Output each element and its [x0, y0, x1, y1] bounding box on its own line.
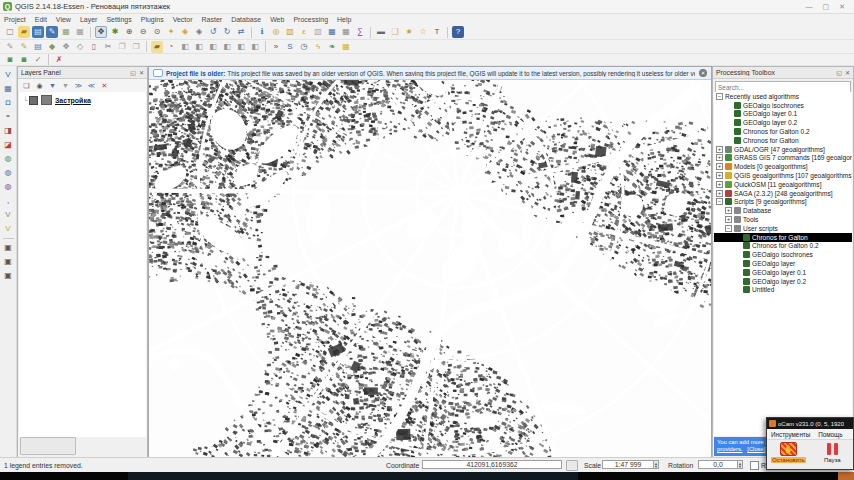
- menu-help[interactable]: Help: [337, 16, 351, 23]
- layers-panel-close-button[interactable]: ✕: [139, 69, 144, 77]
- tree-item[interactable]: GEOalgo layer 0.1: [714, 110, 852, 119]
- tree-item[interactable]: GEOalgo layer 0.1: [714, 268, 852, 277]
- menu-project[interactable]: Project: [4, 16, 26, 23]
- tree-item[interactable]: GEOalgo isochrones: [714, 250, 852, 259]
- new-print-composer-icon[interactable]: ▦: [60, 26, 72, 38]
- text-annotation-icon[interactable]: T: [431, 26, 443, 38]
- filter-by-expression-icon[interactable]: ▼: [60, 80, 71, 91]
- tree-expander[interactable]: +: [725, 207, 732, 214]
- add-group-icon[interactable]: ❏: [21, 80, 32, 91]
- composer-manager-icon[interactable]: ▦: [74, 26, 86, 38]
- rotate-label-icon[interactable]: ◧: [235, 41, 247, 53]
- evis-event-browser-icon[interactable]: ▣: [2, 242, 14, 254]
- add-delimited-text-layer-icon[interactable]: ,: [2, 195, 14, 207]
- zoom-out-icon[interactable]: ⊖: [137, 26, 149, 38]
- tree-expander[interactable]: +: [716, 172, 723, 179]
- remove-layer-icon[interactable]: ✕: [99, 80, 110, 91]
- tree-item[interactable]: +GDAL/OGR [47 geoalgorithms]: [714, 145, 852, 154]
- deselect-features-icon[interactable]: ▧: [312, 26, 324, 38]
- collapsed-dock-widget[interactable]: [20, 437, 76, 455]
- maximize-button[interactable]: ▢: [823, 2, 830, 12]
- identify-features-icon[interactable]: ℹ: [256, 26, 268, 38]
- menu-plugins[interactable]: Plugins: [141, 16, 164, 23]
- add-postgis-layer-icon[interactable]: ◘: [2, 97, 14, 109]
- extents-toggle-icon[interactable]: [566, 460, 578, 471]
- expand-all-icon[interactable]: ≫: [73, 80, 84, 91]
- move-feature-icon[interactable]: ✥: [60, 41, 72, 53]
- layer-item[interactable]: └ Застройка: [19, 92, 146, 105]
- quick-run-plugin-icon[interactable]: ϟ: [312, 41, 324, 53]
- new-shapefile-layer-icon[interactable]: V: [2, 223, 14, 235]
- message-close-button[interactable]: ✕: [699, 69, 707, 77]
- scale-spinner[interactable]: ▲▼: [654, 460, 659, 469]
- show-hide-labels-icon[interactable]: ◧: [207, 41, 219, 53]
- ocam-menu-tools[interactable]: Инструменты: [771, 431, 810, 438]
- tree-expander[interactable]: +: [716, 163, 723, 170]
- notice-close-link[interactable]: [Close]: [747, 446, 765, 452]
- tree-item[interactable]: +QGIS geoalgorithms [107 geoalgorithms]: [714, 171, 852, 180]
- tree-expander[interactable]: −: [716, 93, 723, 100]
- tree-expander[interactable]: +: [716, 190, 723, 197]
- manage-layer-visibility-icon[interactable]: ◉: [34, 80, 45, 91]
- tree-item[interactable]: GEOalgo layer 0.2: [714, 118, 852, 127]
- tree-item[interactable]: −User scripts: [714, 224, 852, 233]
- touch-zoom-icon[interactable]: ✱: [109, 26, 121, 38]
- tree-item[interactable]: Chronos for Galton: [714, 233, 852, 242]
- map-tips-icon[interactable]: ❑: [389, 26, 401, 38]
- move-label-icon[interactable]: ◧: [221, 41, 233, 53]
- refresh-map-icon[interactable]: ⇄: [235, 26, 247, 38]
- zoom-to-layer-icon[interactable]: ◈: [193, 26, 205, 38]
- tree-expander[interactable]: +: [716, 154, 723, 161]
- open-project-icon[interactable]: ▰: [18, 26, 30, 38]
- select-by-expression-icon[interactable]: ε: [298, 26, 310, 38]
- render-checkbox[interactable]: [750, 461, 759, 470]
- providers-link[interactable]: providers.: [717, 446, 742, 452]
- tree-item[interactable]: Untitled: [714, 286, 852, 295]
- add-vector-layer-icon[interactable]: V: [2, 69, 14, 81]
- python-console-icon[interactable]: S: [284, 41, 296, 53]
- toggle-editing-icon[interactable]: ✎: [18, 41, 30, 53]
- zoom-last-icon[interactable]: ↺: [207, 26, 219, 38]
- tree-expander[interactable]: +: [716, 146, 723, 153]
- coordinate-input[interactable]: 412091,6169362: [422, 460, 562, 469]
- tree-item[interactable]: Chronos for Galton 0.2: [714, 127, 852, 136]
- rotation-input[interactable]: 0,0: [698, 460, 738, 469]
- tree-item[interactable]: −Scripts [9 geoalgorithms]: [714, 198, 852, 207]
- collapse-all-icon[interactable]: ≪: [86, 80, 97, 91]
- save-project-icon[interactable]: ▤: [32, 26, 44, 38]
- menu-layer[interactable]: Layer: [80, 16, 98, 23]
- minimize-button[interactable]: —: [806, 2, 813, 12]
- menu-raster[interactable]: Raster: [202, 16, 223, 23]
- open-attribute-table-icon[interactable]: ▦: [326, 26, 338, 38]
- add-feature-icon[interactable]: ◆: [46, 41, 58, 53]
- osm-tools-plugin-icon[interactable]: ▦: [340, 41, 352, 53]
- measure-line-icon[interactable]: ▬: [375, 26, 387, 38]
- zoom-full-icon[interactable]: ✦: [165, 26, 177, 38]
- menu-database[interactable]: Database: [231, 16, 261, 23]
- processing-panel-float-button[interactable]: ◱: [836, 69, 842, 77]
- diagram-options-icon[interactable]: ◔: [165, 41, 177, 53]
- tree-item[interactable]: GEOalgo isochrones: [714, 101, 852, 110]
- zoom-in-icon[interactable]: ⊕: [123, 26, 135, 38]
- close-button[interactable]: ✕: [839, 2, 845, 12]
- node-tool-icon[interactable]: ◇: [74, 41, 86, 53]
- map-canvas[interactable]: [149, 80, 711, 457]
- image-export-plugin-icon[interactable]: ◙: [18, 54, 30, 66]
- processing-panel-close-button[interactable]: ✕: [845, 69, 850, 77]
- add-oracle-layer-icon[interactable]: ◪: [2, 139, 14, 151]
- rotation-spinner[interactable]: ▲▼: [738, 460, 743, 469]
- zoom-to-selection-icon[interactable]: ◈: [179, 26, 191, 38]
- evis-event-id-icon[interactable]: ▣: [2, 256, 14, 268]
- console-icon[interactable]: »: [270, 41, 282, 53]
- pin-labels-icon[interactable]: ◧: [193, 41, 205, 53]
- tree-item[interactable]: GEOalgo layer 0.2: [714, 277, 852, 286]
- tree-expander[interactable]: −: [725, 225, 732, 232]
- ocam-menu-help[interactable]: Помощь: [818, 431, 842, 438]
- new-project-icon[interactable]: ▢: [4, 26, 16, 38]
- menu-edit[interactable]: Edit: [35, 16, 47, 23]
- field-calculator-icon[interactable]: ▦: [340, 26, 352, 38]
- cut-features-icon[interactable]: ✂: [102, 41, 114, 53]
- help-contents-icon[interactable]: ?: [452, 26, 464, 38]
- tree-item[interactable]: +SAGA (2.3.2) [248 geoalgorithms]: [714, 189, 852, 198]
- save-project-as-icon[interactable]: ✎: [46, 26, 58, 38]
